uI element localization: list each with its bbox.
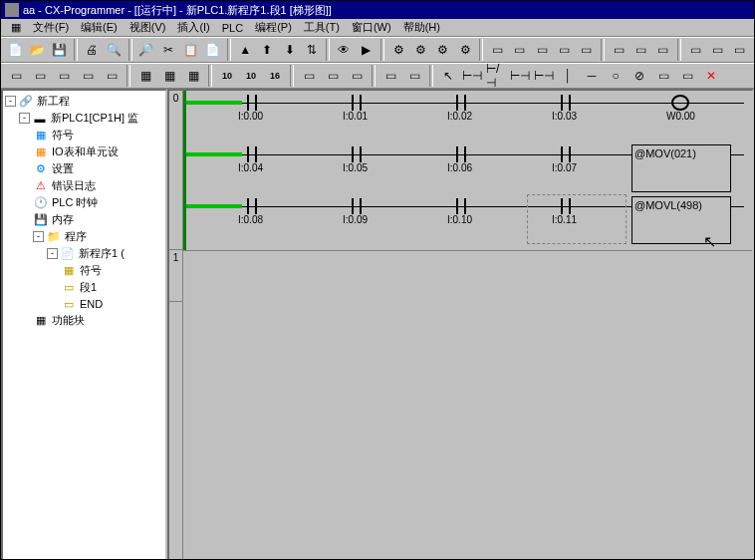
contact[interactable] (557, 95, 575, 111)
func-button[interactable]: ▭ (652, 65, 674, 87)
coil-button[interactable]: ○ (605, 65, 627, 87)
ladder-row[interactable]: I:0.08 I:0.09 I:0.10 I:0.11 @MOVL(498) ↖ (183, 194, 752, 246)
contact[interactable] (348, 198, 366, 214)
menu-plc[interactable]: PLC (216, 20, 249, 36)
tool-button[interactable]: ⚙ (455, 39, 475, 61)
tool-button[interactable]: ▭ (77, 65, 99, 87)
tool-button[interactable]: ▭ (5, 65, 27, 87)
coil-nc-button[interactable]: ⊘ (629, 65, 650, 87)
contact[interactable] (243, 95, 261, 111)
print-button[interactable]: 🖨 (82, 39, 102, 61)
hline-button[interactable]: ─ (581, 65, 603, 87)
copy-button[interactable]: 📋 (180, 39, 200, 61)
contact[interactable] (557, 146, 575, 162)
contact[interactable] (452, 95, 470, 111)
tool-button[interactable]: ▭ (532, 39, 552, 61)
tree-memory[interactable]: 💾内存 (5, 211, 163, 228)
tree-funcblock[interactable]: ▦功能块 (5, 312, 163, 329)
tree-plc[interactable]: -▬新PLC1[CP1H] 监 (5, 110, 163, 127)
tool-button[interactable]: ⚙ (410, 39, 430, 61)
tool-button[interactable]: ▦ (134, 65, 156, 87)
tool-button[interactable]: ▭ (730, 39, 750, 61)
radix-16[interactable]: 16 (264, 65, 286, 87)
tool-button[interactable]: ▦ (158, 65, 180, 87)
find-button[interactable]: 🔎 (136, 39, 156, 61)
tool-button[interactable]: ▭ (322, 65, 344, 87)
contact-nc-button[interactable]: ⊢/⊣ (485, 65, 507, 87)
tool-button[interactable]: ▭ (403, 65, 425, 87)
tool-button[interactable]: ▭ (29, 65, 51, 87)
function-block[interactable]: @MOV(021) (631, 144, 731, 192)
pointer-button[interactable]: ↖ (437, 65, 459, 87)
tree-programs[interactable]: -📁程序 (5, 228, 163, 245)
tool-button[interactable]: ▦ (182, 65, 204, 87)
tool-button[interactable]: ▭ (554, 39, 574, 61)
tool-button[interactable]: ▭ (609, 39, 629, 61)
tree-settings[interactable]: ⚙设置 (5, 160, 163, 177)
tree-plcclock[interactable]: 🕐PLC 时钟 (5, 194, 163, 211)
tree-iotable[interactable]: ▦IO表和单元设 (5, 143, 163, 160)
tool-button[interactable]: ⚙ (388, 39, 408, 61)
preview-button[interactable]: 🔍 (104, 39, 124, 61)
compare-button[interactable]: ⇅ (302, 39, 322, 61)
contact[interactable] (452, 146, 470, 162)
tool-button[interactable]: ▭ (630, 39, 650, 61)
open-button[interactable]: 📂 (27, 39, 47, 61)
save-button[interactable]: 💾 (50, 39, 70, 61)
menu-window[interactable]: 窗口(W) (346, 18, 397, 37)
ladder-row[interactable]: I:0.04 I:0.05 I:0.06 I:0.07 @MOV(021) (183, 142, 752, 194)
contact[interactable] (348, 95, 366, 111)
menu-view[interactable]: 视图(V) (124, 18, 172, 37)
online-button[interactable]: ▲ (235, 39, 255, 61)
radix-10[interactable]: 10 (216, 65, 238, 87)
transfer-button[interactable]: ⬆ (257, 39, 277, 61)
menu-file[interactable]: 文件(F) (27, 18, 75, 37)
contact-no-button[interactable]: ⊢⊣ (461, 65, 483, 87)
contact[interactable] (557, 198, 575, 214)
contact-button[interactable]: ⊢⊣ (509, 65, 531, 87)
tool-button[interactable]: ▭ (298, 65, 320, 87)
contact[interactable] (243, 198, 261, 214)
tool-button[interactable]: ▭ (577, 39, 597, 61)
menu-file-icon[interactable]: ▦ (5, 19, 27, 36)
run-button[interactable]: ▶ (357, 39, 377, 61)
ladder-editor[interactable]: 0 1 I:0.00 I:0.01 I:0.02 I:0.03 (167, 89, 754, 560)
tool-button[interactable]: ▭ (653, 39, 673, 61)
tree-errlog[interactable]: ⚠错误日志 (5, 177, 163, 194)
tool-button[interactable]: ▭ (707, 39, 727, 61)
menu-program[interactable]: 编程(P) (249, 18, 298, 37)
menu-edit[interactable]: 编辑(E) (75, 18, 124, 37)
contact[interactable] (348, 146, 366, 162)
contact[interactable] (452, 198, 470, 214)
tool-button[interactable]: ▭ (53, 65, 75, 87)
tree-root[interactable]: -🔗新工程 (5, 93, 163, 110)
ladder-row[interactable]: I:0.00 I:0.01 I:0.02 I:0.03 W0.00 (183, 91, 752, 142)
tree-end[interactable]: ▭END (5, 296, 163, 312)
ladder-area[interactable]: I:0.00 I:0.01 I:0.02 I:0.03 W0.00 I:0.04 (183, 91, 752, 559)
cut-button[interactable]: ✂ (158, 39, 178, 61)
menu-insert[interactable]: 插入(I) (171, 18, 215, 37)
menu-tools[interactable]: 工具(T) (298, 18, 346, 37)
delete-button[interactable]: ✕ (700, 65, 722, 87)
output-coil[interactable] (671, 95, 689, 111)
tool-button[interactable]: ▭ (379, 65, 401, 87)
contact-button[interactable]: ⊢⊣ (533, 65, 555, 87)
monitor-button[interactable]: 👁 (334, 39, 354, 61)
tree-symbol[interactable]: ▦符号 (5, 127, 163, 143)
contact[interactable] (243, 146, 261, 162)
tree-program1[interactable]: -📄新程序1 ( (5, 245, 163, 262)
tool-button[interactable]: ▭ (101, 65, 123, 87)
tree-section1[interactable]: ▭段1 (5, 279, 163, 296)
tool-button[interactable]: ⚙ (433, 39, 453, 61)
new-button[interactable]: 📄 (5, 39, 25, 61)
tool-button[interactable]: ▭ (346, 65, 368, 87)
menu-help[interactable]: 帮助(H) (397, 18, 446, 37)
vline-button[interactable]: │ (557, 65, 579, 87)
function-block[interactable]: @MOVL(498) (631, 196, 731, 244)
tree-psymbol[interactable]: ▦符号 (5, 262, 163, 279)
menu-bar[interactable]: ▦ 文件(F) 编辑(E) 视图(V) 插入(I) PLC 编程(P) 工具(T… (1, 19, 754, 37)
tool-button[interactable]: ▭ (487, 39, 507, 61)
tool-button[interactable]: ▭ (685, 39, 705, 61)
radix-10s[interactable]: 10 (240, 65, 262, 87)
project-tree[interactable]: -🔗新工程 -▬新PLC1[CP1H] 监 ▦符号 ▦IO表和单元设 ⚙设置 ⚠… (1, 89, 167, 560)
